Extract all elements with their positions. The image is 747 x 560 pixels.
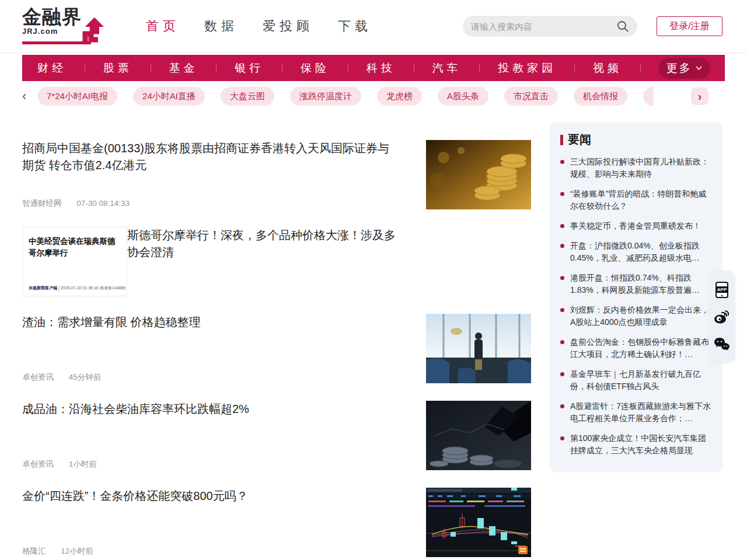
bullet-icon	[560, 340, 564, 344]
search-input[interactable]	[471, 22, 616, 32]
floating-share-panel: APP	[708, 271, 735, 363]
headlines-header: 要闻	[560, 132, 712, 148]
chip-limit-thermometer[interactable]: 涨跌停温度计	[290, 87, 361, 106]
nav-more-label: 更多	[666, 61, 692, 76]
chip-partial[interactable]	[643, 87, 654, 106]
nav-divider	[216, 64, 217, 72]
article-row: 成品油：沿海社会柴油库容率环比跌幅超2% 卓创资讯 1小时前	[22, 395, 531, 482]
app-label: APP	[717, 286, 727, 293]
headline-item[interactable]: 盘前公告淘金：包钢股份中标雅鲁藏布江大项目，北方稀土确认利好！…	[560, 336, 712, 360]
chip-market-cloud-map[interactable]: 大盘云图	[221, 87, 274, 106]
article-thumbnail[interactable]	[426, 401, 531, 470]
wechat-icon[interactable]	[714, 336, 730, 352]
chip-ai-live[interactable]: 24小时AI直播	[133, 87, 205, 106]
headlines-panel: 要闻 三大国际投行解读中国育儿补贴新政：规模、影响与未来期待 “装修账单”背后的…	[550, 123, 722, 473]
weibo-icon[interactable]	[714, 309, 730, 325]
chip-ai-telegraph[interactable]: 7*24小时AI电报	[37, 87, 117, 106]
chip-opportunity-intel[interactable]: 机会情报	[574, 87, 627, 106]
app-download-icon[interactable]: APP	[714, 282, 730, 298]
chip-market-live[interactable]: 市况直击	[504, 87, 558, 106]
nav-more-button[interactable]: 更多	[659, 58, 710, 79]
bullet-icon	[560, 308, 564, 312]
headline-item[interactable]: A股避雷针：7连板西藏旅游未与雅下水电工程相关单位开展业务合作；…	[560, 400, 712, 425]
article-source: 格隆汇	[22, 547, 46, 555]
headline-item[interactable]: 开盘：沪指微跌0.04%、创业板指跌0.45%，乳业、减肥药及超级水电…	[560, 240, 712, 264]
headline-item[interactable]: 刘煜辉：反内卷价格效果一定会出来，A股站上4000点也顺理成章	[560, 304, 712, 328]
article-meta: 卓创资讯 1小时前	[22, 459, 97, 470]
headline-item[interactable]: 事关稳定币，香港金管局重磅发布！	[560, 220, 712, 232]
nav-finance[interactable]: 财经	[37, 61, 67, 76]
chips-scroll-left-icon[interactable]: ‹	[22, 88, 37, 105]
article-thumbnail[interactable]	[426, 488, 531, 557]
headline-item[interactable]: 港股开盘：恒指跌0.74%、科指跌1.83%，科网股及新能源车股普遍…	[560, 272, 712, 296]
bullet-icon	[560, 192, 564, 196]
bullet-icon	[560, 436, 564, 440]
login-register-button[interactable]: 登录/注册	[657, 16, 722, 36]
article-time: 12小时前	[61, 547, 93, 555]
chip-dragon-tiger-list[interactable]: 龙虎榜	[377, 87, 422, 106]
article-source: 卓创资讯	[22, 373, 54, 382]
top-nav-data[interactable]: 数据	[204, 18, 238, 35]
article-thumbnail[interactable]	[426, 140, 531, 209]
headline-item[interactable]: 三大国际投行解读中国育儿补贴新政：规模、影响与未来期待	[560, 156, 712, 180]
article-meta: 卓创资讯 45分钟前	[22, 372, 101, 383]
nav-edu[interactable]: 投教家园	[498, 61, 556, 76]
nav-auto[interactable]: 汽车	[432, 61, 462, 76]
nav-banking[interactable]: 银行	[235, 61, 264, 76]
bullet-icon	[560, 404, 564, 408]
article-title-link[interactable]: 招商局中国基金(00133)股东将股票由招商证券香港转入天风国际证券与期货 转仓…	[22, 140, 400, 174]
article-source: 卓创资讯	[22, 460, 54, 468]
article-meta: 格隆汇 12小时前	[22, 546, 93, 556]
article-row: 中美经贸会谈在瑞典斯德哥尔摩举行！深夜，多个品种价格大涨！涉及多晶硅，中国光伏行…	[22, 221, 531, 308]
nav-divider	[414, 64, 414, 72]
nav-insurance[interactable]: 保险	[301, 61, 330, 76]
thumbnail-meta: 央视新闻客户端 | 2025-07-30 01:36:16 阅读量144885	[29, 285, 125, 291]
bullet-icon	[560, 244, 564, 248]
quick-links-row: ‹ 7*24小时AI电报 24小时AI直播 大盘云图 涨跌停温度计 龙虎榜 A股…	[22, 86, 725, 106]
headline-item[interactable]: “装修账单”背后的暗战：特朗普和鲍威尔在较劲什么？	[560, 188, 712, 212]
article-title-link[interactable]: 渣油：需求增量有限 价格趋稳整理	[22, 314, 400, 331]
thumbnail-timestamp: | 2025-07-30 01:36:16 阅读量144885	[58, 286, 125, 290]
top-nav-home[interactable]: 首页	[146, 18, 180, 35]
chips-scroll-right-icon[interactable]: ›	[691, 88, 708, 105]
search-icon[interactable]	[616, 20, 629, 33]
article-thumbnail[interactable]: 中美经贸会谈在瑞典斯德哥尔摩举行 央视新闻客户端 | 2025-07-30 01…	[22, 227, 127, 296]
site-header: 金融界 JRJ.com 首页 数据 爱投顾 下载 登录/注册	[0, 0, 747, 53]
nav-divider	[151, 64, 151, 72]
jrj-logo[interactable]: 金融界 JRJ.com	[22, 7, 110, 46]
nav-divider	[348, 64, 348, 72]
headline-item[interactable]: 基金早班车｜七月新基发行破九百亿份，科创债ETF独占风头	[560, 368, 712, 393]
bullet-icon	[560, 224, 564, 228]
main-nav-bar: 财经 股票 基金 银行 保险 科技 汽车 投教家园 视频 更多	[22, 55, 725, 81]
top-nav-itougu[interactable]: 爱投顾	[263, 18, 313, 35]
bullet-icon	[560, 276, 564, 280]
article-row: 渣油：需求增量有限 价格趋稳整理 卓创资讯 45分钟前	[22, 308, 531, 395]
article-time: 1小时前	[69, 460, 97, 468]
bullet-icon	[560, 160, 564, 164]
headline-item[interactable]: 第100家央企成立！中国长安汽车集团挂牌成立，三大汽车央企格局显现	[560, 432, 712, 457]
logo-arrow-icon	[82, 16, 107, 49]
article-time: 07-30 08:14:33	[76, 199, 130, 208]
chip-a-share-headlines[interactable]: A股头条	[438, 87, 488, 106]
nav-funds[interactable]: 基金	[169, 61, 198, 76]
nav-divider	[85, 64, 85, 72]
chips-container: 7*24小时AI电报 24小时AI直播 大盘云图 涨跌停温度计 龙虎榜 A股头条…	[37, 87, 683, 106]
article-thumbnail[interactable]	[426, 314, 531, 383]
nav-stocks[interactable]: 股票	[103, 61, 132, 76]
top-nav-download[interactable]: 下载	[338, 18, 372, 35]
top-nav: 首页 数据 爱投顾 下载	[146, 0, 372, 52]
chevron-down-icon	[696, 66, 702, 70]
bullet-icon	[560, 372, 564, 376]
nav-divider	[640, 64, 641, 72]
logo-underline	[22, 41, 91, 44]
article-row: 招商局中国基金(00133)股东将股票由招商证券香港转入天风国际证券与期货 转仓…	[22, 134, 531, 221]
nav-divider	[282, 64, 282, 72]
article-source: 智通财经网	[22, 199, 62, 208]
headlines-marker	[560, 135, 563, 145]
thumbnail-source: 央视新闻客户端	[29, 286, 57, 290]
article-title-link[interactable]: 成品油：沿海社会柴油库容率环比跌幅超2%	[22, 401, 400, 418]
nav-divider	[479, 64, 480, 72]
nav-tech[interactable]: 科技	[366, 61, 396, 76]
article-title-link[interactable]: 金价“四连跌”！金条价格还能突破800元吗？	[22, 488, 400, 505]
nav-video[interactable]: 视频	[593, 61, 622, 76]
